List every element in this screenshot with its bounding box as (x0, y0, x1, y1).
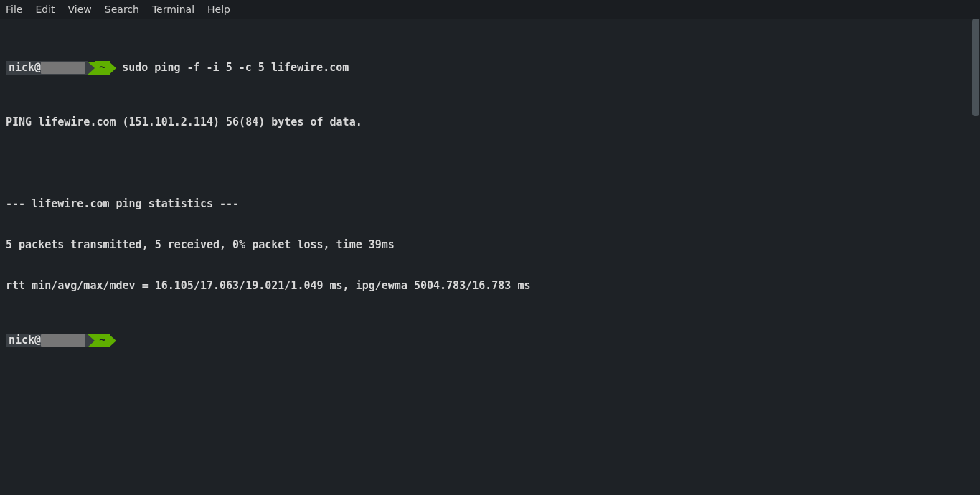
menu-edit[interactable]: Edit (35, 3, 55, 16)
prompt-arrow-icon (109, 62, 116, 75)
scrollbar[interactable] (972, 19, 979, 116)
prompt-line-1: nick@~sudo ping -f -i 5 -c 5 lifewire.co… (6, 61, 974, 75)
command-text: sudo ping -f -i 5 -c 5 lifewire.com (122, 61, 349, 75)
menubar: File Edit View Search Terminal Help (0, 0, 980, 19)
prompt-separator-icon (88, 62, 95, 75)
prompt-user: nick@ (6, 334, 88, 347)
prompt-arrow-icon (109, 334, 116, 347)
prompt-separator-icon (88, 334, 95, 347)
output-blank (6, 156, 974, 170)
terminal-area[interactable]: nick@~sudo ping -f -i 5 -c 5 lifewire.co… (0, 19, 980, 380)
prompt-path: ~ (95, 334, 110, 347)
hostname-redacted (41, 62, 85, 74)
output-line: rtt min/avg/max/mdev = 16.105/17.063/19.… (6, 279, 974, 293)
hostname-redacted (41, 334, 85, 346)
prompt-path: ~ (95, 61, 110, 75)
output-line: PING lifewire.com (151.101.2.114) 56(84)… (6, 116, 974, 129)
prompt-line-2: nick@~ (6, 334, 974, 347)
menu-terminal[interactable]: Terminal (152, 3, 194, 16)
output-line: 5 packets transmitted, 5 received, 0% pa… (6, 238, 974, 252)
output-line: --- lifewire.com ping statistics --- (6, 197, 974, 211)
menu-search[interactable]: Search (105, 3, 139, 16)
menu-view[interactable]: View (68, 3, 92, 16)
prompt-user: nick@ (6, 61, 88, 75)
menu-file[interactable]: File (6, 3, 22, 16)
menu-help[interactable]: Help (207, 3, 230, 16)
